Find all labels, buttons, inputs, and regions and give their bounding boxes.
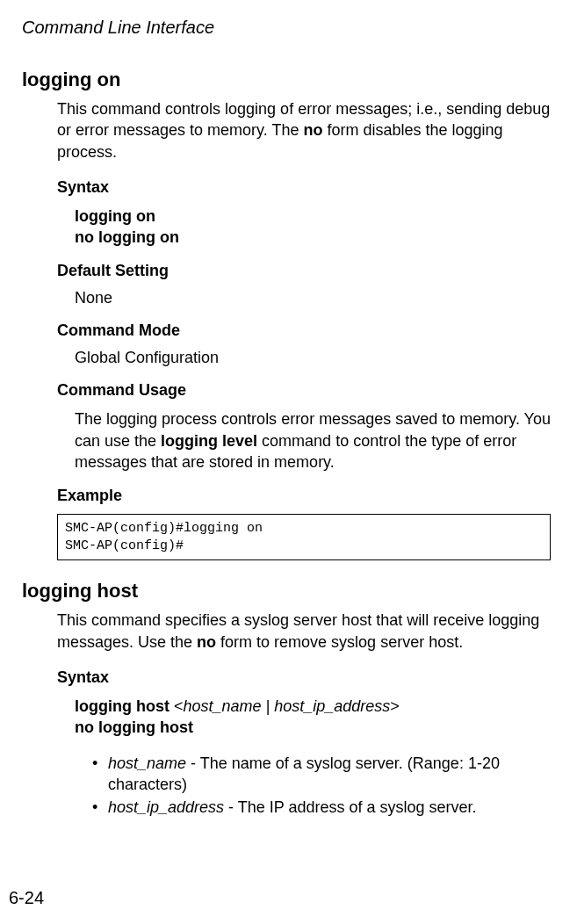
- command-mode-heading: Command Mode: [57, 321, 559, 340]
- parameter-list: host_name - The name of a syslog server.…: [92, 753, 551, 819]
- default-setting-heading: Default Setting: [57, 262, 559, 280]
- desc2-bold: no: [197, 633, 216, 651]
- syntax-host-line1: logging host <host_name | host_ip_addres…: [75, 696, 559, 717]
- logging-on-description: This command controls logging of error m…: [57, 98, 551, 162]
- list-item: host_name - The name of a syslog server.…: [92, 753, 551, 796]
- syntax-host-line2: no logging host: [75, 717, 559, 738]
- syntax-heading-2: Syntax: [57, 668, 559, 687]
- desc2-part2: form to remove syslog server host.: [216, 633, 463, 651]
- page-header: Command Line Interface: [22, 18, 559, 38]
- example-code-block: SMC-AP(config)#logging on SMC-AP(config)…: [57, 514, 551, 560]
- syntax-heading: Syntax: [57, 178, 559, 197]
- default-setting-value: None: [75, 289, 559, 307]
- syntax-angle2: >: [390, 697, 400, 715]
- param-desc-2: - The IP address of a syslog server.: [224, 798, 476, 816]
- desc-bold: no: [303, 121, 322, 139]
- logging-host-description: This command specifies a syslog server h…: [57, 610, 551, 653]
- section-title-logging-on: logging on: [22, 69, 559, 91]
- syntax-italic: host_name | host_ip_address: [184, 697, 391, 715]
- command-mode-value: Global Configuration: [75, 349, 559, 367]
- list-item: host_ip_address - The IP address of a sy…: [92, 797, 551, 818]
- param-name-2: host_ip_address: [108, 798, 224, 816]
- param-name-1: host_name: [108, 754, 186, 772]
- syntax-angle1: <: [174, 697, 184, 715]
- command-usage-text: The logging process controls error messa…: [75, 408, 551, 473]
- syntax-block-logging-on: logging on no logging on: [75, 206, 559, 249]
- syntax-line-1: logging on: [75, 206, 559, 227]
- example-heading: Example: [57, 487, 559, 505]
- usage-bold: logging level: [161, 432, 257, 450]
- page-number: 6-24: [9, 888, 44, 908]
- syntax-block-logging-host: logging host <host_name | host_ip_addres…: [75, 696, 559, 739]
- syntax-line-2: no logging on: [75, 227, 559, 248]
- command-usage-heading: Command Usage: [57, 381, 559, 400]
- syntax-bold1: logging host: [75, 697, 174, 715]
- section-title-logging-host: logging host: [22, 580, 559, 603]
